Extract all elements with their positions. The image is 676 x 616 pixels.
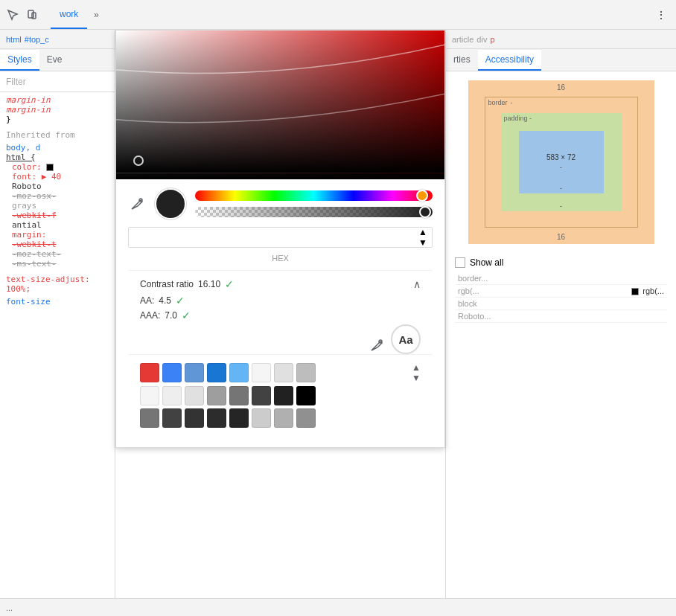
prop-roboto-name: Roboto...: [455, 310, 582, 323]
swatch-white2[interactable]: [140, 386, 159, 405]
margin-bottom-value: 16: [557, 233, 565, 241]
breadcrumb-html[interactable]: html: [6, 35, 22, 44]
swatches-row-3: [140, 408, 421, 428]
rgb-color-dot: [631, 288, 639, 295]
swatch-gray2[interactable]: [296, 363, 316, 382]
swatch-g6[interactable]: [252, 408, 271, 428]
bc-p[interactable]: p: [490, 35, 494, 44]
swatch-white3[interactable]: [162, 386, 182, 405]
swatches-row-2: [140, 386, 421, 405]
contrast-header: Contrast ratio 16.10 ✓ ∧: [140, 278, 421, 290]
breadcrumb-id[interactable]: #top_c: [25, 35, 49, 44]
body-rule: body, d html { color: font: ▶ 40 Roboto …: [6, 143, 109, 269]
right-tab-properties[interactable]: rties: [446, 50, 478, 71]
tab-elements[interactable]: work: [51, 0, 87, 29]
color-swatch-preview: [155, 188, 186, 219]
top-toolbar: work » ⋮: [0, 0, 676, 30]
right-panel: article div p rties Accessibility: [445, 30, 676, 598]
color-prop: color:: [6, 162, 109, 172]
contrast-actions: Aa: [140, 324, 421, 354]
roboto-prop: Roboto: [6, 182, 109, 191]
swatch-blue2[interactable]: [185, 363, 204, 382]
prop-block-name: block: [455, 298, 582, 310]
filter-input[interactable]: [6, 77, 109, 87]
swatch-dark1[interactable]: [252, 386, 271, 405]
show-all-label: Show all: [470, 257, 503, 268]
contrast-section: Contrast ratio 16.10 ✓ ∧ AA: 4.5 ✓: [128, 270, 433, 354]
hex-input[interactable]: #212121: [129, 228, 432, 247]
contrast-title: Contrast ratio 16.10 ✓: [140, 278, 234, 290]
margin-prop: margin:: [6, 230, 109, 240]
moz-text-prop: -moz-text-: [6, 249, 109, 259]
tab-styles[interactable]: Styles: [0, 50, 39, 71]
swatch-g2[interactable]: [162, 408, 182, 428]
devtools-shell: work » ⋮ html #top_c Styles: [0, 0, 676, 616]
swatch-g3[interactable]: [185, 408, 204, 428]
accessibility-panel: 16 16 border - padding -: [446, 71, 676, 598]
swatch-gray3[interactable]: [185, 386, 204, 405]
hex-label: HEX: [128, 254, 433, 263]
filter-bar: [0, 71, 115, 92]
tab-more-icon[interactable]: »: [87, 6, 105, 24]
swatch-gray5[interactable]: [229, 386, 249, 405]
content-dash2: -: [560, 184, 562, 192]
font-size-comment: font-size: [6, 297, 109, 307]
swatch-g5[interactable]: [229, 408, 249, 428]
box-model: 16 16 border - padding -: [468, 80, 654, 244]
prop-rgb-value: rgb(...: [582, 285, 667, 298]
bottom-bar: ...: [0, 598, 676, 616]
collapse-button[interactable]: ∧: [413, 278, 421, 290]
moz-prop: -moz-osx-: [6, 191, 109, 201]
swatch-g8[interactable]: [296, 408, 316, 428]
contrast-value: 16.10: [198, 279, 220, 289]
color-gradient-area[interactable]: [116, 31, 444, 179]
webkit-t-prop: -webkit-t: [6, 240, 109, 249]
swatch-white1[interactable]: [252, 363, 271, 382]
tab-event-listeners[interactable]: Eve: [39, 50, 70, 71]
swatch-gray4[interactable]: [207, 386, 226, 405]
aa-preview-button[interactable]: Aa: [391, 324, 421, 354]
swatches-section: ▲ ▼: [128, 354, 433, 438]
swatch-gray1[interactable]: [274, 363, 293, 382]
left-panel-tabs: Styles Eve: [0, 49, 115, 71]
styles-content: margin-in margin-in } Inherited from bod…: [0, 92, 115, 598]
text-size-prop: text-size-adjust: 100%;: [6, 275, 109, 294]
swatches-scroll-buttons[interactable]: ▲ ▼: [412, 362, 421, 383]
swatch-blue4[interactable]: [229, 363, 249, 382]
swatch-g7[interactable]: [274, 408, 293, 428]
right-tab-accessibility[interactable]: Accessibility: [478, 50, 541, 71]
prop-border: border...: [455, 272, 667, 285]
bottom-dots: ...: [6, 603, 13, 612]
alpha-thumb: [419, 206, 431, 218]
bc-article[interactable]: article: [452, 35, 473, 44]
swatch-black[interactable]: [296, 386, 316, 405]
swatch-red[interactable]: [140, 363, 159, 382]
contrast-check-icon: ✓: [225, 278, 234, 290]
device-toolbar-icon[interactable]: [25, 8, 39, 22]
swatch-g4[interactable]: [207, 408, 226, 428]
svg-rect-0: [28, 10, 34, 18]
main-tab-nav: work »: [51, 0, 646, 29]
more-options-button[interactable]: ⋮: [652, 6, 670, 24]
style-brace: }: [6, 115, 109, 124]
swatch-blue3[interactable]: [207, 363, 226, 382]
inherited-header: Inherited from: [6, 130, 109, 140]
hue-slider[interactable]: [195, 190, 433, 201]
hex-arrows[interactable]: ▲ ▼: [418, 227, 427, 248]
hue-thumb: [416, 190, 428, 202]
color-picker: #212121 ▲ ▼ HEX Contrast ratio 16.10: [115, 30, 445, 448]
aa-check-icon: ✓: [176, 295, 185, 307]
alpha-slider[interactable]: [195, 207, 433, 217]
gradient-crosshair[interactable]: [133, 155, 144, 166]
show-all-checkbox[interactable]: [455, 257, 465, 268]
swatch-blue1[interactable]: [162, 363, 182, 382]
bc-div[interactable]: div: [476, 35, 487, 44]
inspect-icon[interactable]: [6, 8, 19, 22]
eyedropper-button[interactable]: [128, 195, 146, 213]
swatch-g1[interactable]: [140, 408, 159, 428]
webkit-f-prop: -webkit-f: [6, 211, 109, 220]
swatch-dark2[interactable]: [274, 386, 293, 405]
aaa-check-icon: ✓: [182, 309, 191, 321]
prop-roboto: Roboto...: [455, 310, 667, 323]
contrast-eyedropper-button[interactable]: [370, 339, 383, 354]
